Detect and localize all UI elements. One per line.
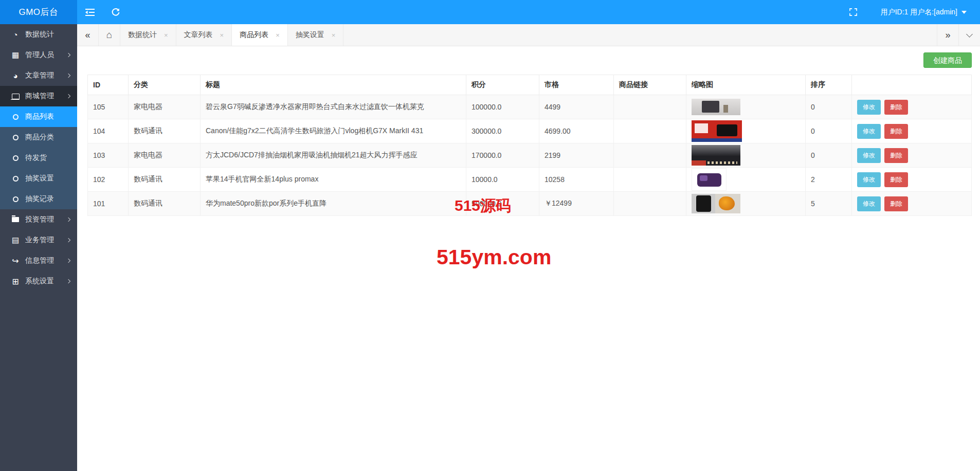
column-header-sort: 排序 <box>806 75 852 95</box>
chevron-down-icon <box>967 34 972 37</box>
watermark-text: 515源码 <box>455 198 511 213</box>
cell-title: 方太JCD6/JCD7排抽油烟机家用吸油机抽烟机21超大风力挥手感应 <box>201 143 466 168</box>
sidebar-item-business[interactable]: 业务管理 <box>0 230 77 250</box>
chevron-right-icon <box>66 259 70 263</box>
cell-link <box>614 143 686 168</box>
tab-close-icon[interactable] <box>220 32 224 39</box>
cell-link <box>614 168 686 192</box>
tab-product-list[interactable]: 商品列表 <box>232 24 288 46</box>
sidebar-item-label: 商城管理 <box>25 92 54 101</box>
column-header-id: ID <box>88 75 129 95</box>
table-header-row: ID 分类 标题 积分 市格 商品链接 缩略图 排序 <box>88 75 972 95</box>
cell-id: 101 <box>88 192 129 216</box>
delete-button[interactable]: 删除 <box>884 172 908 187</box>
product-thumbnail <box>692 168 727 191</box>
tab-close-icon[interactable] <box>332 32 336 39</box>
cell-title: 华为mate50pro新款por系列e手机直降 <box>201 192 466 216</box>
caret-down-icon <box>961 11 967 14</box>
sidebar-item-pending-shipments[interactable]: 待发货 <box>0 148 77 168</box>
sidebar-item-investment[interactable]: 投资管理 <box>0 209 77 230</box>
circle-icon <box>10 133 21 141</box>
cell-category: 数码通讯 <box>129 192 201 216</box>
cell-sort: 5 <box>806 192 852 216</box>
tab-lottery-settings[interactable]: 抽奖设置 <box>288 24 344 46</box>
refresh-button[interactable] <box>103 0 129 24</box>
home-icon <box>106 29 112 41</box>
cell-price: ￥12499 <box>539 192 614 216</box>
chevron-right-icon <box>66 279 70 283</box>
double-chevron-right-icon <box>945 30 950 41</box>
tabs-scroll-right-button[interactable] <box>937 24 958 46</box>
menu-collapse-button[interactable] <box>77 0 103 24</box>
sidebar-item-label: 信息管理 <box>25 256 54 265</box>
fullscreen-icon <box>849 8 858 16</box>
tab-close-icon[interactable] <box>164 32 168 39</box>
edit-button[interactable]: 修改 <box>857 148 881 163</box>
edit-button[interactable]: 修改 <box>857 100 881 115</box>
tab-close-icon[interactable] <box>276 32 280 39</box>
delete-button[interactable]: 删除 <box>884 196 908 211</box>
cell-category: 数码通讯 <box>129 168 201 192</box>
sidebar-item-stats[interactable]: 数据统计 <box>0 24 77 45</box>
sidebar-item-lottery-settings[interactable]: 抽奖设置 <box>0 168 77 189</box>
sidebar-item-system-settings[interactable]: 系统设置 <box>0 271 77 292</box>
fullscreen-button[interactable] <box>841 0 866 24</box>
cell-link <box>614 119 686 143</box>
tab-label: 数据统计 <box>128 30 157 40</box>
cell-category: 家电电器 <box>129 143 201 168</box>
sidebar-item-admins[interactable]: 管理人员 <box>0 45 77 65</box>
column-header-category: 分类 <box>129 75 201 95</box>
book-icon <box>10 236 21 244</box>
sidebar-item-mall[interactable]: 商城管理 <box>0 86 77 106</box>
create-product-button[interactable]: 创建商品 <box>923 52 972 68</box>
cell-id: 104 <box>88 119 129 143</box>
calendar-icon <box>10 277 21 285</box>
sidebar-item-lottery-records[interactable]: 抽奖记录 <box>0 189 77 209</box>
column-header-actions <box>852 75 972 95</box>
table-row: 104 数码通讯 Canon/佳能g7x2二代高清学生数码旅游入门vlog相机G… <box>88 119 972 143</box>
tab-label: 抽奖设置 <box>296 30 324 40</box>
cell-price: 10258 <box>539 168 614 192</box>
top-header: GMO后台 <box>0 0 980 24</box>
cell-points: 170000.0 <box>466 143 539 168</box>
sidebar-item-product-categories[interactable]: 商品分类 <box>0 127 77 148</box>
tabbar-spacer <box>343 24 937 46</box>
cell-sort: 0 <box>806 143 852 168</box>
edit-button[interactable]: 修改 <box>857 172 881 187</box>
chevron-right-icon <box>66 74 70 78</box>
sidebar-item-articles[interactable]: 文章管理 <box>0 65 77 86</box>
sidebar-item-product-list[interactable]: 商品列表 <box>0 106 77 127</box>
cell-price: 2199 <box>539 143 614 168</box>
product-table-wrap: ID 分类 标题 积分 市格 商品链接 缩略图 排序 105 家电电器 <box>87 75 972 216</box>
edit-button[interactable]: 修改 <box>857 124 881 139</box>
cell-title: Canon/佳能g7x2二代高清学生数码旅游入门vlog相机G7X MarkII… <box>201 119 466 143</box>
sidebar-item-label: 待发货 <box>25 153 47 162</box>
pie-chart-icon <box>10 71 21 80</box>
chevron-right-icon <box>66 218 70 222</box>
sidebar: 数据统计 管理人员 文章管理 商城管理 商品列表 商品分类 待发货 抽奖设置 <box>0 24 77 471</box>
sidebar-item-information[interactable]: 信息管理 <box>0 250 77 271</box>
delete-button[interactable]: 删除 <box>884 124 908 139</box>
column-header-price: 市格 <box>539 75 614 95</box>
laptop-icon <box>10 92 21 100</box>
home-tab-button[interactable] <box>99 24 120 46</box>
column-header-link: 商品链接 <box>614 75 686 95</box>
sidebar-item-label: 投资管理 <box>25 215 54 224</box>
share-icon <box>10 257 21 265</box>
product-thumbnail <box>692 99 740 115</box>
user-menu[interactable]: 用户ID:1 用户名:[admin] <box>881 8 967 17</box>
refresh-icon <box>111 8 120 17</box>
delete-button[interactable]: 删除 <box>884 148 908 163</box>
mall-submenu: 商品列表 商品分类 待发货 抽奖设置 抽奖记录 <box>0 106 77 209</box>
cell-link <box>614 192 686 216</box>
edit-button[interactable]: 修改 <box>857 196 881 211</box>
tab-stats[interactable]: 数据统计 <box>120 24 176 46</box>
product-thumbnail <box>692 120 742 142</box>
cell-price: 4499 <box>539 95 614 119</box>
sidebar-item-label: 抽奖设置 <box>25 174 54 183</box>
tabs-scroll-left-button[interactable] <box>77 24 99 46</box>
tab-article-list[interactable]: 文章列表 <box>176 24 232 46</box>
delete-button[interactable]: 删除 <box>884 100 908 115</box>
tabs-menu-button[interactable] <box>958 24 980 46</box>
sidebar-item-label: 商品列表 <box>25 112 54 121</box>
